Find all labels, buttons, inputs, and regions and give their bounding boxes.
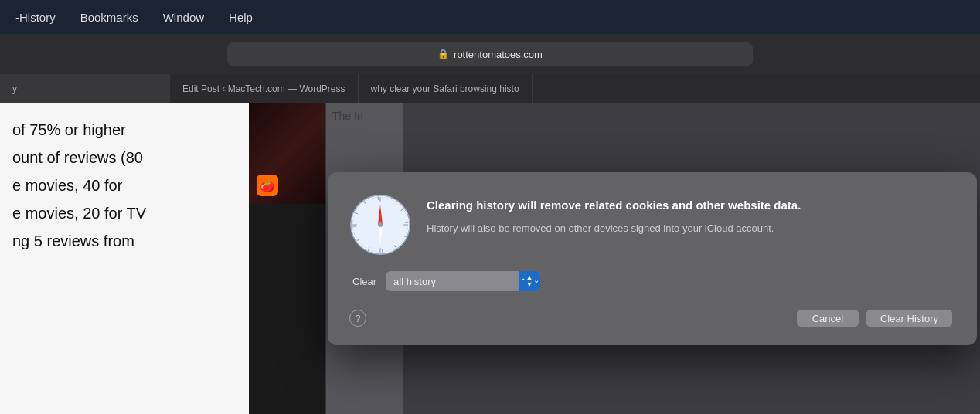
- svg-point-19: [378, 222, 383, 227]
- select-wrapper[interactable]: all history today today and yesterday th…: [386, 271, 540, 291]
- safari-icon: [349, 194, 411, 256]
- tab-2[interactable]: why clear your Safari browsing histo: [359, 74, 533, 104]
- history-period-select[interactable]: all history today today and yesterday th…: [386, 271, 540, 291]
- address-bar-area: 🔒 rottentomatoes.com: [0, 34, 980, 74]
- menu-item-bookmarks[interactable]: Bookmarks: [80, 11, 138, 24]
- menu-item-history[interactable]: -History: [15, 11, 56, 24]
- menu-item-window[interactable]: Window: [163, 11, 204, 24]
- help-button[interactable]: ?: [349, 310, 366, 327]
- action-buttons: Cancel Clear History: [797, 310, 952, 327]
- address-bar[interactable]: 🔒 rottentomatoes.com: [227, 42, 753, 66]
- center-badge: 🍅: [257, 175, 278, 196]
- cancel-button[interactable]: Cancel: [797, 310, 859, 327]
- menu-item-help[interactable]: Help: [229, 11, 253, 24]
- url-text: rottentomatoes.com: [454, 49, 543, 60]
- menu-bar: -History Bookmarks Window Help: [0, 0, 980, 34]
- dialog-text: Clearing history will remove related coo…: [427, 194, 952, 236]
- tab-1[interactable]: Edit Post ‹ MacTech.com — WordPress: [170, 74, 359, 104]
- tab-bar: y Edit Post ‹ MacTech.com — WordPress wh…: [0, 74, 980, 104]
- clear-history-button[interactable]: Clear History: [866, 310, 952, 327]
- left-content: of 75% or higher ount of reviews (80 e m…: [0, 104, 249, 414]
- dialog-header: Clearing history will remove related coo…: [349, 194, 952, 256]
- modal-overlay: Clearing history will remove related coo…: [325, 104, 980, 414]
- clear-history-dialog: Clearing history will remove related coo…: [328, 172, 977, 345]
- dialog-title: Clearing history will remove related coo…: [427, 197, 952, 213]
- tab-0[interactable]: y: [0, 74, 170, 104]
- lock-icon: 🔒: [437, 49, 449, 59]
- content-line-4: ng 5 reviews from: [12, 230, 236, 252]
- center-image: 🍅: [249, 104, 326, 204]
- content-line-1: ount of reviews (80: [12, 147, 236, 168]
- button-row: ? Cancel Clear History: [349, 310, 952, 327]
- content-line-3: e movies, 20 for TV: [12, 202, 236, 224]
- clear-row: Clear all history today today and yester…: [349, 271, 952, 291]
- content-line-0: of 75% or higher: [12, 119, 236, 141]
- clear-label: Clear: [352, 276, 376, 287]
- dialog-subtitle: History will also be removed on other de…: [427, 221, 952, 236]
- content-line-2: e movies, 40 for: [12, 175, 236, 196]
